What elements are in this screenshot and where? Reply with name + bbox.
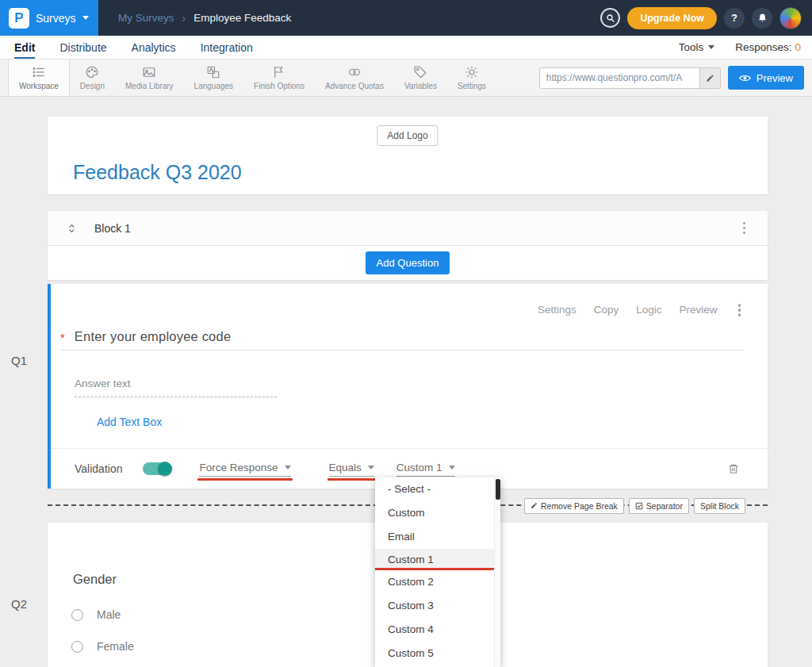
pencil-icon: [530, 502, 538, 509]
upgrade-now-button[interactable]: Upgrade Now: [627, 7, 717, 29]
tab-edit[interactable]: Edit: [14, 36, 35, 59]
question-text-editor[interactable]: * Enter your employee code: [60, 329, 744, 351]
add-question-row: Add Question: [48, 246, 768, 280]
chevron-right-icon: ›: [182, 12, 186, 25]
toolbar-item-finish-options[interactable]: Finish Options: [243, 59, 315, 96]
toolbar-item-label: Languages: [194, 82, 234, 90]
preview-label: Preview: [756, 72, 793, 84]
avatar[interactable]: [779, 7, 802, 29]
tab-distribute[interactable]: Distribute: [59, 36, 106, 59]
question-copy-link[interactable]: Copy: [594, 304, 619, 316]
preview-button[interactable]: Preview: [728, 66, 804, 90]
dropdown-option-custom-4[interactable]: Custom 4: [375, 618, 500, 642]
question-menu-kebab-icon[interactable]: [735, 301, 745, 320]
tab-integration[interactable]: Integration: [201, 36, 253, 59]
block-menu-kebab-icon[interactable]: [740, 219, 749, 238]
tools-menu[interactable]: Tools: [679, 41, 715, 53]
question-settings-link[interactable]: Settings: [538, 304, 576, 316]
edit-url-button[interactable]: [699, 68, 720, 88]
chevron-down-icon: [82, 16, 89, 20]
toolbar-item-settings[interactable]: Settings: [447, 59, 496, 96]
radio-option-female[interactable]: Female: [71, 640, 134, 653]
radio-icon: [71, 609, 83, 621]
product-label: Surveys: [36, 12, 76, 25]
toolbar-item-design[interactable]: Design: [70, 59, 115, 96]
block-card: Block 1 Add Question: [48, 211, 768, 280]
required-asterisk: *: [60, 331, 65, 344]
question-number-q1: Q1: [11, 354, 27, 367]
tag-icon: [413, 65, 427, 79]
workspace-icon: [32, 65, 46, 79]
block-title[interactable]: Block 1: [94, 222, 131, 235]
question-card-q1: Settings Copy Logic Preview * Enter your…: [48, 284, 768, 489]
breadcrumb: My Surveys › Employee Feedback: [118, 12, 291, 25]
dropdown-option-custom-2[interactable]: Custom 2: [375, 570, 500, 594]
responses-counter[interactable]: Responses:0: [735, 41, 801, 53]
validation-toggle[interactable]: [143, 462, 171, 475]
pencil-icon: [706, 74, 714, 82]
force-response-select[interactable]: Force Response: [199, 462, 290, 477]
question-text: Enter your employee code: [75, 329, 231, 344]
operator-value: Equals: [329, 462, 362, 473]
add-text-box-link[interactable]: Add Text Box: [97, 416, 162, 428]
toolbar-item-workspace[interactable]: Workspace: [8, 59, 70, 96]
translate-icon: [206, 65, 220, 79]
radio-option-male[interactable]: Male: [71, 608, 121, 621]
validation-value-dropdown: - Select - Custom Email Custom 1 Custom …: [375, 477, 500, 667]
page-break-buttons: Remove Page Break Separator Split Block: [524, 498, 745, 514]
separator-button[interactable]: Separator: [629, 498, 689, 514]
add-logo-button[interactable]: Add Logo: [377, 125, 438, 146]
radio-icon: [71, 641, 83, 653]
notifications-button[interactable]: [752, 8, 772, 29]
survey-url-input[interactable]: [540, 68, 699, 88]
toolbar-item-languages[interactable]: Languages: [184, 59, 244, 96]
dropdown-option-custom-1[interactable]: Custom 1: [375, 549, 500, 570]
responses-label: Responses:: [735, 41, 791, 53]
dropdown-option-email[interactable]: Email: [375, 525, 500, 549]
add-question-button[interactable]: Add Question: [366, 251, 450, 274]
dropdown-scrollbar[interactable]: [494, 477, 500, 667]
validation-value-select[interactable]: Custom 1: [396, 462, 455, 477]
dropdown-option-custom-3[interactable]: Custom 3: [375, 594, 500, 618]
question-actions: Settings Copy Logic Preview: [538, 301, 744, 320]
split-block-button[interactable]: Split Block: [694, 498, 745, 514]
breadcrumb-my-surveys[interactable]: My Surveys: [118, 12, 174, 24]
search-button[interactable]: [600, 8, 620, 28]
question-logic-link[interactable]: Logic: [636, 304, 661, 316]
toolbar-item-advance-quotas[interactable]: Advance Quotas: [315, 59, 394, 96]
remove-page-break-button[interactable]: Remove Page Break: [524, 498, 624, 514]
topbar: P Surveys My Surveys › Employee Feedback…: [0, 0, 812, 36]
checkbox-checked-icon: [635, 502, 643, 510]
chevron-down-icon: [285, 466, 291, 470]
toolbar-item-media-library[interactable]: Media Library: [115, 59, 184, 96]
help-button[interactable]: ?: [724, 8, 745, 29]
surveys-product-menu[interactable]: P Surveys: [0, 0, 98, 36]
validation-operator-select[interactable]: Equals: [329, 462, 374, 477]
toolbar-item-label: Design: [80, 82, 105, 90]
responses-count: 0: [795, 41, 801, 53]
dropdown-option-select[interactable]: - Select -: [375, 477, 500, 501]
chevron-down-icon: [368, 466, 374, 470]
main-nav-tabs: Edit Distribute Analytics Integration To…: [0, 36, 812, 59]
question-preview-link[interactable]: Preview: [679, 304, 717, 316]
tools-label: Tools: [679, 41, 704, 53]
tab-analytics[interactable]: Analytics: [132, 36, 176, 59]
scrollbar-thumb[interactable]: [496, 479, 500, 500]
gear-icon: [465, 65, 479, 79]
trash-icon: [728, 462, 739, 475]
toolbar-item-label: Settings: [458, 82, 486, 90]
survey-url-box: [539, 67, 721, 89]
dropdown-option-custom[interactable]: Custom: [375, 501, 500, 525]
toolbar-item-variables[interactable]: Variables: [394, 59, 447, 96]
toolbar-item-label: Workspace: [19, 82, 59, 90]
toolbar-item-label: Variables: [404, 82, 437, 90]
design-palette-icon: [85, 65, 99, 79]
toolbar-item-label: Media Library: [125, 82, 174, 90]
chevron-down-icon: [449, 466, 455, 470]
collapse-block-icon[interactable]: [67, 223, 77, 234]
delete-question-button[interactable]: [728, 462, 739, 475]
question-text[interactable]: Gender: [73, 572, 117, 587]
answer-text-field[interactable]: Answer text: [75, 378, 277, 397]
dropdown-option-custom-5[interactable]: Custom 5: [375, 642, 500, 665]
survey-title[interactable]: Feedback Q3 2020: [73, 161, 242, 184]
